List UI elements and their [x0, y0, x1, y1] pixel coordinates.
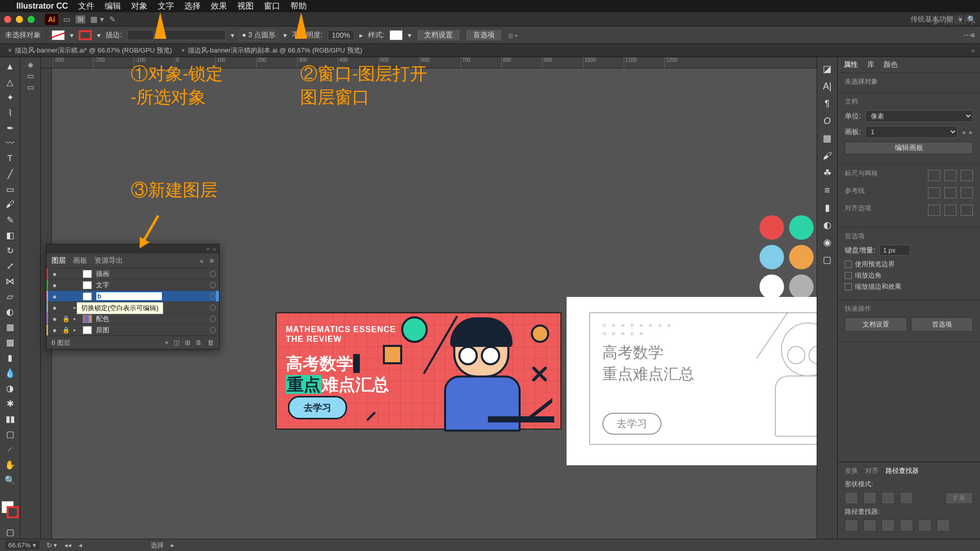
type-tool-icon[interactable]: T	[3, 152, 17, 165]
outline-icon[interactable]	[918, 519, 932, 532]
use-preview-bounds-checkbox[interactable]: 使用预览边界	[845, 260, 973, 269]
line-tool-icon[interactable]: ╱	[3, 167, 17, 181]
hand-tool-icon[interactable]: ✋	[3, 458, 17, 471]
variable-width-profile[interactable]: ● 3 点圆形	[239, 30, 278, 41]
document-tab-1[interactable]: ×描边风-banner演示稿.ai* @ 66.67% (RGB/GPU 预览)	[5, 46, 175, 55]
menu-object[interactable]: 对象	[131, 1, 148, 12]
visibility-toggle-icon[interactable]: ●	[51, 304, 58, 312]
asset-export-panel-icon[interactable]: ▭	[27, 83, 34, 92]
trim-icon[interactable]	[863, 519, 876, 532]
disclosure-icon[interactable]: ▸	[74, 316, 79, 321]
scale-tool-icon[interactable]: ⤢	[3, 259, 17, 272]
panel-grip[interactable]: × «	[46, 244, 219, 254]
key-increment-input[interactable]	[879, 245, 910, 256]
selection-tool-icon[interactable]: ▲	[3, 60, 17, 73]
close-tab-icon[interactable]: ×	[8, 47, 12, 54]
quick-prefs-button[interactable]: 首选项	[911, 317, 973, 332]
minus-back-icon[interactable]	[937, 519, 950, 532]
target-icon[interactable]	[210, 327, 216, 333]
tab-transform[interactable]: 变换	[845, 466, 858, 475]
paintbrush-tool-icon[interactable]: 🖌	[3, 198, 17, 211]
graphic-styles-panel-icon[interactable]: ▢	[821, 253, 834, 266]
artboards-panel-icon[interactable]: ▭	[27, 71, 34, 81]
tab-layers[interactable]: 图层	[52, 256, 66, 265]
stroke-swatch[interactable]	[79, 30, 92, 40]
quick-doc-setup-button[interactable]: 文档设置	[845, 317, 907, 332]
free-transform-tool-icon[interactable]: ▱	[3, 290, 17, 303]
target-icon[interactable]	[210, 316, 216, 322]
preferences-button[interactable]: 首选项	[465, 29, 502, 41]
zoom-level[interactable]: 66.67% ▾	[5, 541, 39, 549]
grid-toggle-icon[interactable]	[944, 170, 957, 181]
symbols-panel-icon[interactable]: ☘	[821, 166, 834, 180]
tab-libraries[interactable]: 库	[867, 60, 874, 69]
rotate-tool-icon[interactable]: ↻	[3, 244, 17, 257]
ruler-toggle-icon[interactable]	[928, 170, 940, 181]
minimize-window-icon[interactable]	[16, 16, 23, 23]
fill-stroke-control[interactable]	[2, 501, 19, 518]
disclosure-icon[interactable]: ▸	[74, 327, 79, 333]
panel-menu-icon[interactable]: ⋯≡	[964, 31, 975, 39]
arrange-icon[interactable]: ▦ ▾	[90, 15, 104, 24]
rotate-view-icon[interactable]: ↻ ▾	[46, 541, 58, 549]
menu-view[interactable]: 视图	[237, 1, 254, 12]
mesh-tool-icon[interactable]: ▩	[3, 336, 17, 349]
scale-corners-checkbox[interactable]: 缩放边角	[845, 271, 973, 280]
fill-swatch[interactable]	[52, 30, 65, 40]
target-icon[interactable]	[210, 271, 216, 277]
expand-button[interactable]: 扩展	[945, 492, 973, 504]
screen-mode-icon[interactable]: ▢	[3, 525, 17, 539]
minus-front-icon[interactable]	[863, 492, 876, 504]
slice-tool-icon[interactable]: ⟋	[3, 443, 17, 456]
transparency-grid-icon[interactable]	[961, 170, 973, 181]
align-to-icon[interactable]: ⫼▾	[507, 31, 518, 39]
close-window-icon[interactable]	[4, 16, 11, 23]
crop-icon[interactable]	[900, 519, 913, 532]
appearance-panel-icon[interactable]: ◉	[821, 236, 834, 249]
locate-layer-icon[interactable]: ⌖	[165, 339, 168, 347]
smart-guides-icon[interactable]	[961, 187, 973, 198]
horizontal-ruler[interactable]: -300-200-1000100200300400500600700800900…	[52, 57, 817, 68]
new-layer-icon[interactable]: 🗎	[195, 339, 202, 347]
menu-edit[interactable]: 编辑	[105, 1, 121, 12]
paragraph-panel-icon[interactable]: ¶	[821, 97, 834, 110]
snap-grid-icon[interactable]	[961, 205, 973, 216]
merge-icon[interactable]	[881, 519, 895, 532]
snap-pixel-icon[interactable]	[928, 205, 940, 216]
units-select[interactable]: 像素	[865, 110, 973, 122]
layer-row[interactable]: ●🔒▸配色	[46, 313, 219, 324]
stock-icon[interactable]: St	[76, 15, 85, 23]
lock-toggle-icon[interactable]: 🔒	[62, 327, 69, 334]
menu-help[interactable]: 帮助	[290, 1, 307, 12]
blend-tool-icon[interactable]: ◑	[3, 382, 17, 395]
shape-builder-tool-icon[interactable]: ◐	[3, 305, 17, 318]
layer-name-input[interactable]	[96, 292, 162, 300]
gpu-icon[interactable]: ✎	[109, 15, 116, 24]
visibility-toggle-icon[interactable]: ●	[51, 292, 58, 300]
tab-color[interactable]: 颜色	[884, 60, 898, 69]
menu-effect[interactable]: 效果	[211, 1, 227, 12]
next-artboard-icon[interactable]: ▸	[969, 128, 973, 136]
character-panel-icon[interactable]: A|	[821, 80, 834, 93]
layer-row[interactable]: ●插画	[46, 268, 219, 280]
target-icon[interactable]	[210, 293, 216, 299]
tabs-overflow-icon[interactable]: «	[971, 46, 975, 54]
magic-wand-tool-icon[interactable]: ✦	[3, 91, 17, 104]
visibility-toggle-icon[interactable]: ●	[51, 315, 58, 323]
close-tab-icon[interactable]: ×	[181, 47, 185, 54]
swatches-panel-icon[interactable]: ▦	[821, 132, 834, 145]
tab-pathfinder[interactable]: 路径查找器	[886, 466, 919, 475]
menu-window[interactable]: 窗口	[264, 1, 280, 12]
target-icon[interactable]	[210, 305, 216, 311]
guides-show-icon[interactable]	[928, 187, 940, 198]
brushes-panel-icon[interactable]: 🖌	[821, 149, 834, 162]
menu-select[interactable]: 选择	[184, 1, 201, 12]
direct-selection-tool-icon[interactable]: △	[3, 76, 17, 89]
divide-icon[interactable]	[845, 519, 858, 532]
rectangle-tool-icon[interactable]: ▭	[3, 183, 17, 196]
ruler-origin[interactable]	[41, 57, 52, 68]
eyedropper-tool-icon[interactable]: 💧	[3, 366, 17, 380]
intersect-icon[interactable]	[881, 492, 895, 504]
perspective-tool-icon[interactable]: ▦	[3, 320, 17, 334]
opacity-input[interactable]	[328, 30, 354, 40]
